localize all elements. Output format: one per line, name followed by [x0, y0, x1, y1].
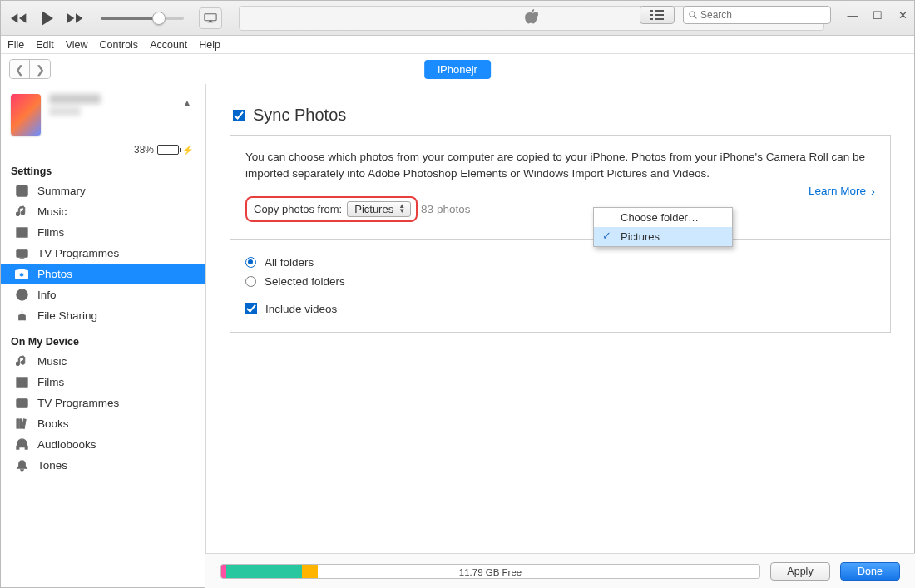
svg-rect-15 — [16, 378, 27, 387]
svg-rect-16 — [16, 399, 27, 407]
battery-pct: 38% — [134, 144, 154, 156]
window-controls: — ☐ ✕ — [846, 9, 909, 22]
music-icon — [14, 355, 29, 368]
sidebar-item-label: TV Programmes — [37, 397, 119, 409]
sidebar-item-device-tones[interactable]: Tones — [1, 455, 205, 476]
maximize-button[interactable]: ☐ — [871, 9, 884, 22]
device-header[interactable]: ▲ — [1, 87, 205, 142]
apply-button[interactable]: Apply — [770, 562, 830, 581]
sidebar-item-device-tv[interactable]: TV Programmes — [1, 393, 205, 413]
svg-rect-0 — [205, 13, 216, 20]
nav-back-button[interactable]: ❮ — [10, 60, 30, 78]
nav-forward-button[interactable]: ❯ — [30, 60, 50, 78]
dropdown-option-pictures[interactable]: ✓Pictures — [594, 227, 732, 246]
svg-rect-21 — [25, 446, 27, 449]
done-button[interactable]: Done — [840, 562, 900, 581]
nav-row: ❮ ❯ iPhonejr — [1, 54, 914, 84]
films-icon — [14, 376, 29, 388]
content: Sync Photos You can choose which photos … — [206, 84, 914, 588]
eject-icon[interactable]: ▲ — [182, 97, 192, 109]
dropdown-value: Pictures — [354, 203, 393, 215]
photos-icon — [14, 269, 29, 279]
sidebar-item-device-music[interactable]: Music — [1, 351, 205, 372]
volume-slider[interactable] — [101, 17, 184, 20]
close-button[interactable]: ✕ — [896, 9, 909, 22]
sidebar-item-summary[interactable]: Summary — [1, 180, 205, 201]
radio-label: Selected folders — [265, 275, 345, 288]
sidebar-item-label: Summary — [37, 185, 86, 197]
menu-help[interactable]: Help — [199, 39, 220, 51]
music-icon — [14, 205, 29, 218]
films-icon — [14, 226, 29, 239]
minimize-button[interactable]: — — [846, 9, 859, 22]
sync-description: You can choose which photos from your co… — [245, 149, 875, 183]
sidebar-item-music[interactable]: Music — [1, 201, 205, 222]
sidebar-item-device-audiobooks[interactable]: Audiobooks — [1, 434, 205, 455]
selected-folders-option[interactable]: Selected folders — [245, 272, 875, 291]
battery-icon — [157, 145, 179, 155]
device-pill[interactable]: iPhonejr — [424, 60, 491, 79]
sidebar-item-films[interactable]: Films — [1, 222, 205, 243]
dropdown-option-choose-folder[interactable]: Choose folder… — [594, 208, 732, 227]
play-button[interactable] — [36, 7, 59, 29]
chevron-right-icon: › — [871, 184, 875, 198]
sidebar-item-label: Info — [37, 289, 57, 301]
info-icon — [14, 289, 29, 301]
photo-count: 83 photos — [421, 203, 470, 215]
storage-free-label: 11.79 GB Free — [459, 565, 522, 579]
search-input[interactable] — [700, 9, 825, 21]
airplay-button[interactable] — [199, 7, 222, 29]
svg-rect-9 — [16, 228, 27, 237]
sidebar-item-photos[interactable]: Photos — [1, 264, 205, 284]
device-thumb-icon — [11, 94, 41, 136]
sync-options-panel: All folders Selected folders Include vid… — [230, 240, 891, 333]
menu-controls[interactable]: Controls — [100, 39, 139, 51]
svg-rect-1 — [650, 10, 653, 12]
sidebar-item-device-books[interactable]: Books — [1, 413, 205, 434]
sidebar-item-tv[interactable]: TV Programmes — [1, 243, 205, 264]
copy-from-label: Copy photos from: — [254, 203, 342, 215]
rewind-button[interactable] — [7, 7, 31, 29]
titlebar-right: — ☐ ✕ — [640, 6, 909, 24]
radio-selected-folders[interactable] — [245, 276, 256, 287]
menu-file[interactable]: File — [7, 39, 24, 51]
sidebar-item-info[interactable]: Info — [1, 284, 205, 305]
svg-point-13 — [19, 273, 23, 277]
copy-from-dropdown[interactable]: Pictures ▲▼ — [347, 201, 411, 217]
titlebar: — ☐ ✕ — [1, 1, 914, 36]
learn-more-link[interactable]: Learn More › — [809, 184, 875, 198]
sidebar-item-label: Music — [37, 355, 67, 368]
sync-photos-checkbox[interactable] — [233, 110, 245, 121]
main-area: ▲ 38% ⚡ Settings Summary Music Films TV … — [1, 84, 914, 588]
radio-label: All folders — [265, 256, 314, 269]
sidebar-section-onmydevice: On My Device — [1, 333, 205, 351]
search-icon — [689, 10, 697, 20]
storage-bar[interactable]: 11.79 GB Free — [220, 564, 760, 579]
svg-rect-20 — [16, 446, 18, 449]
menu-account[interactable]: Account — [150, 39, 187, 51]
forward-button[interactable] — [64, 7, 87, 29]
sync-photos-title-row: Sync Photos — [233, 106, 891, 125]
copy-from-highlight: Copy photos from: Pictures ▲▼ — [245, 196, 418, 222]
menu-view[interactable]: View — [66, 39, 88, 51]
footer: 11.79 GB Free Apply Done — [205, 553, 915, 588]
list-view-button[interactable] — [640, 6, 675, 24]
menu-edit[interactable]: Edit — [36, 39, 54, 51]
all-folders-option[interactable]: All folders — [245, 253, 875, 272]
sidebar-item-label: Music — [37, 205, 67, 218]
radio-all-folders[interactable] — [245, 257, 256, 268]
include-videos-checkbox[interactable] — [245, 303, 257, 314]
svg-rect-18 — [19, 419, 22, 428]
sidebar-item-filesharing[interactable]: File Sharing — [1, 305, 205, 326]
menubar: File Edit View Controls Account Help — [1, 36, 914, 54]
svg-rect-6 — [655, 18, 664, 20]
playback-controls — [7, 7, 222, 29]
sidebar-item-device-films[interactable]: Films — [1, 372, 205, 393]
dropdown-option-label: Pictures — [621, 230, 660, 243]
sync-description-panel: You can choose which photos from your co… — [230, 135, 891, 240]
svg-rect-10 — [16, 250, 27, 257]
include-videos-option[interactable]: Include videos — [245, 299, 875, 319]
copy-from-dropdown-menu: Choose folder… ✓Pictures — [593, 207, 733, 247]
search-box[interactable] — [683, 6, 831, 24]
sidebar-item-label: Films — [37, 376, 64, 388]
